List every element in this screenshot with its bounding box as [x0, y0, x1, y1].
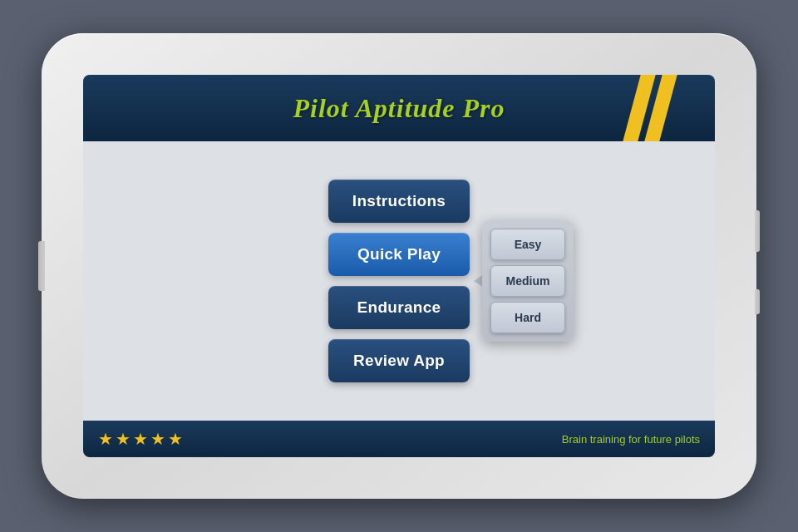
star-4: ★ — [150, 429, 165, 449]
mute-button — [755, 289, 760, 314]
header-decoration — [632, 75, 698, 141]
power-button — [755, 210, 760, 252]
app-footer: ★ ★ ★ ★ ★ Brain training for future pilo… — [83, 421, 715, 457]
endurance-button[interactable]: Endurance — [328, 286, 470, 329]
hard-button[interactable]: Hard — [490, 302, 565, 333]
star-3: ★ — [133, 429, 148, 449]
star-2: ★ — [116, 429, 131, 449]
instructions-button[interactable]: Instructions — [328, 180, 470, 223]
star-rating: ★ ★ ★ ★ ★ — [98, 429, 183, 449]
app-header: Pilot Aptitude Pro — [83, 75, 715, 141]
main-content: Instructions Quick Play Endurance Review… — [83, 141, 715, 421]
app-title: Pilot Aptitude Pro — [293, 93, 505, 124]
quick-play-button[interactable]: Quick Play — [328, 233, 470, 276]
star-5: ★ — [168, 429, 183, 449]
phone-frame: Pilot Aptitude Pro Instructions Quick Pl… — [42, 33, 756, 499]
easy-button[interactable]: Easy — [490, 229, 565, 260]
star-1: ★ — [98, 429, 113, 449]
review-app-button[interactable]: Review App — [328, 339, 470, 382]
phone-screen: Pilot Aptitude Pro Instructions Quick Pl… — [83, 75, 715, 457]
difficulty-popup: Easy Medium Hard — [482, 220, 574, 342]
volume-button — [38, 241, 45, 291]
footer-tagline: Brain training for future pilots — [562, 433, 700, 446]
menu-container: Instructions Quick Play Endurance Review… — [328, 180, 470, 382]
medium-button[interactable]: Medium — [490, 265, 565, 297]
